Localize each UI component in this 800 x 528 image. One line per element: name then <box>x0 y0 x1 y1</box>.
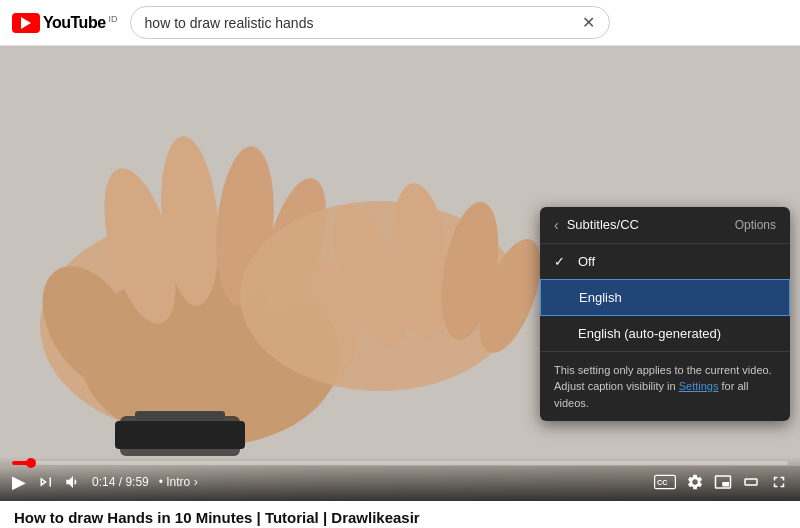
right-controls: CC <box>654 473 788 491</box>
video-title-row: How to draw Hands in 10 Minutes | Tutori… <box>0 501 800 528</box>
svg-rect-10 <box>135 411 225 421</box>
popup-options-link[interactable]: Options <box>735 218 776 232</box>
cc-icon: CC <box>654 474 676 490</box>
search-input[interactable] <box>145 15 574 31</box>
popup-back-icon[interactable]: ‹ <box>554 217 559 233</box>
subtitle-off-label: Off <box>578 254 595 269</box>
progress-filled <box>12 461 31 465</box>
checkmark-off: ✓ <box>554 254 568 269</box>
subtitle-english-label: English <box>579 290 622 305</box>
theater-button[interactable] <box>742 473 760 491</box>
video-player[interactable]: ‹ Subtitles/CC Options ✓ Off English Eng… <box>0 46 800 501</box>
popup-note-link[interactable]: Settings <box>679 380 719 392</box>
youtube-wordmark: YouTube <box>43 14 106 32</box>
subtitle-auto-label: English (auto-generated) <box>578 326 721 341</box>
youtube-badge: ID <box>109 14 118 24</box>
video-controls: ▶ 0:14 / 9:59 • Intro › C <box>0 457 800 501</box>
time-total: 9:59 <box>125 475 148 489</box>
search-clear-icon[interactable]: ✕ <box>582 13 595 32</box>
volume-icon <box>64 473 82 491</box>
header: YouTubeID ✕ <box>0 0 800 46</box>
progress-bar[interactable] <box>12 461 788 465</box>
popup-title: Subtitles/CC <box>567 217 727 232</box>
skip-icon <box>36 473 54 491</box>
theater-icon <box>742 473 760 491</box>
subtitles-button[interactable]: CC <box>654 474 676 490</box>
search-bar: ✕ <box>130 6 610 39</box>
miniplayer-button[interactable] <box>714 473 732 491</box>
volume-button[interactable] <box>64 473 82 491</box>
controls-row: ▶ 0:14 / 9:59 • Intro › C <box>12 471 788 493</box>
subtitles-popup: ‹ Subtitles/CC Options ✓ Off English Eng… <box>540 207 790 422</box>
svg-text:CC: CC <box>657 478 668 487</box>
svg-rect-9 <box>115 421 245 449</box>
subtitle-option-english[interactable]: English <box>540 279 790 316</box>
settings-button[interactable] <box>686 473 704 491</box>
subtitle-option-off[interactable]: ✓ Off <box>540 244 790 279</box>
time-display: 0:14 / 9:59 <box>92 475 149 489</box>
popup-note: This setting only applies to the current… <box>540 351 790 422</box>
progress-dot <box>26 458 36 468</box>
skip-button[interactable] <box>36 473 54 491</box>
fullscreen-button[interactable] <box>770 473 788 491</box>
chapter-label: • Intro › <box>159 475 198 489</box>
subtitle-option-english-auto[interactable]: English (auto-generated) <box>540 316 790 351</box>
fullscreen-icon <box>770 473 788 491</box>
youtube-play-icon <box>12 13 40 33</box>
play-button[interactable]: ▶ <box>12 471 26 493</box>
miniplayer-icon <box>714 473 732 491</box>
time-current: 0:14 <box>92 475 115 489</box>
video-title: How to draw Hands in 10 Minutes | Tutori… <box>14 509 420 526</box>
youtube-logo[interactable]: YouTubeID <box>12 13 118 33</box>
popup-header: ‹ Subtitles/CC Options <box>540 207 790 244</box>
settings-icon <box>686 473 704 491</box>
